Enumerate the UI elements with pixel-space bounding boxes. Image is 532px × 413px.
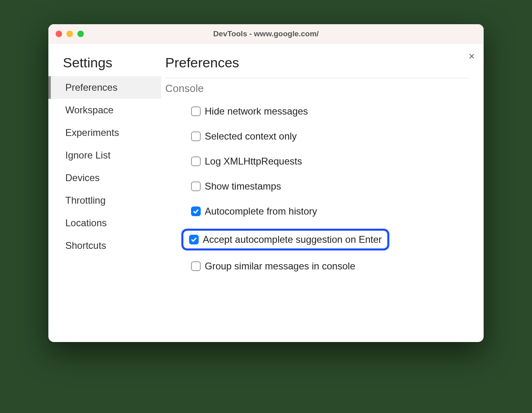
checkbox[interactable] — [191, 131, 201, 141]
option-row[interactable]: Selected context only — [187, 129, 469, 144]
main-panel: Preferences Console Hide network message… — [161, 44, 484, 342]
option-label: Group similar messages in console — [205, 261, 355, 272]
close-icon[interactable]: × — [469, 51, 475, 61]
titlebar: DevTools - www.google.com/ — [48, 24, 484, 44]
checkbox[interactable] — [189, 235, 199, 244]
sidebar-item-locations[interactable]: Locations — [48, 212, 161, 234]
checkbox[interactable] — [191, 156, 201, 166]
content: × Settings PreferencesWorkspaceExperimen… — [48, 44, 484, 342]
sidebar-item-shortcuts[interactable]: Shortcuts — [48, 234, 161, 257]
sidebar-item-preferences[interactable]: Preferences — [48, 76, 161, 99]
option-label: Accept autocomplete suggestion on Enter — [203, 234, 382, 245]
checkbox[interactable] — [191, 106, 201, 116]
checkbox[interactable] — [191, 181, 201, 191]
options-list: Hide network messagesSelected context on… — [165, 104, 469, 274]
option-row[interactable]: Accept autocomplete suggestion on Enter — [181, 229, 389, 250]
window-zoom-button[interactable] — [77, 31, 84, 37]
sidebar-item-throttling[interactable]: Throttling — [48, 189, 161, 212]
option-row[interactable]: Group similar messages in console — [187, 259, 469, 274]
divider — [165, 78, 469, 78]
sidebar-item-ignore-list[interactable]: Ignore List — [48, 144, 161, 167]
page-title: Preferences — [165, 55, 469, 78]
option-row[interactable]: Hide network messages — [187, 104, 469, 119]
option-label: Selected context only — [205, 131, 297, 142]
sidebar-item-experiments[interactable]: Experiments — [48, 121, 161, 144]
checkbox[interactable] — [191, 206, 201, 216]
window-close-button[interactable] — [56, 31, 62, 37]
sidebar-item-workspace[interactable]: Workspace — [48, 99, 161, 121]
sidebar: Settings PreferencesWorkspaceExperiments… — [48, 44, 161, 342]
option-row[interactable]: Log XMLHttpRequests — [187, 154, 469, 169]
window-title: DevTools - www.google.com/ — [48, 29, 484, 38]
sidebar-item-devices[interactable]: Devices — [48, 167, 161, 189]
option-row[interactable]: Show timestamps — [187, 179, 469, 194]
checkbox[interactable] — [191, 261, 201, 271]
devtools-window: DevTools - www.google.com/ × Settings Pr… — [48, 24, 484, 342]
option-label: Show timestamps — [205, 181, 281, 192]
sidebar-title: Settings — [48, 55, 161, 76]
section-title: Console — [165, 82, 469, 95]
traffic-lights — [56, 31, 84, 37]
option-label: Autocomplete from history — [205, 206, 317, 217]
option-label: Hide network messages — [205, 106, 308, 117]
option-label: Log XMLHttpRequests — [205, 156, 302, 167]
option-row[interactable]: Autocomplete from history — [187, 204, 469, 219]
window-minimize-button[interactable] — [66, 31, 73, 37]
